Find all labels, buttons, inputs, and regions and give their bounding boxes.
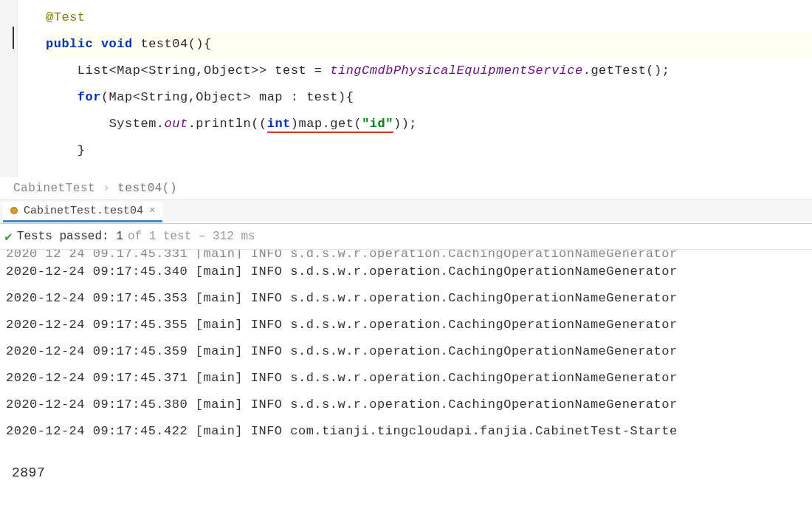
method-name-token: test04(){ [133, 37, 212, 51]
console-line: 2020 12 24 09.17.45.331 [main] INFO s.d.… [6, 250, 812, 259]
code-line[interactable]: System.out.println((int)map.get("id")); [46, 111, 812, 137]
code-line[interactable]: for(Map<String,Object> map : test){ [46, 84, 812, 111]
check-icon: ✔ [4, 228, 13, 245]
code-token: List<Map<String,Object>> test = [78, 64, 330, 78]
static-field-token: out [165, 117, 188, 131]
code-token: .getTest(); [583, 64, 670, 78]
test-status-bar: ✔ Tests passed: 1 of 1 test – 312 ms [0, 224, 812, 250]
close-icon[interactable]: × [149, 205, 155, 216]
editor-gutter [0, 0, 18, 177]
keyword-token: int [267, 117, 291, 133]
field-token: tingCmdbPhysicalEquipmentService [330, 64, 582, 78]
code-line[interactable]: } [46, 137, 812, 164]
run-config-icon [10, 207, 18, 214]
console-output-value: 2897 [6, 445, 812, 480]
console-line: 2020-12-24 09:17:45.371 [main] INFO s.d.… [6, 365, 812, 392]
keyword-token: public [46, 37, 93, 51]
keyword-token: for [78, 90, 101, 104]
code-token: .println(( [188, 117, 267, 131]
console-line: 2020-12-24 09:17:45.355 [main] INFO s.d.… [6, 312, 812, 338]
breadcrumb-method[interactable]: test04() [117, 182, 177, 195]
annotation-token: @Test [46, 10, 86, 24]
tests-passed-label: Tests passed: 1 [17, 230, 123, 243]
run-tab[interactable]: CabinetTest.test04 × [3, 202, 162, 222]
console-line: 2020-12-24 09:17:45.353 [main] INFO s.d.… [6, 285, 812, 312]
console-line: 2020-12-24 09:17:45.359 [main] INFO s.d.… [6, 338, 812, 365]
run-tab-bar: CabinetTest.test04 × [0, 200, 812, 224]
code-line[interactable]: @Test [46, 4, 812, 31]
breadcrumb-class[interactable]: CabinetTest [13, 182, 95, 195]
code-token: (Map<String,Object> map : test){ [101, 90, 354, 104]
caret-indicator [13, 27, 14, 49]
keyword-token: void [101, 37, 133, 51]
run-tab-label: CabinetTest.test04 [24, 205, 143, 217]
code-line[interactable]: public void test04(){ [46, 31, 812, 58]
code-token: System. [109, 117, 165, 131]
console-line: 2020-12-24 09:17:45.422 [main] INFO com.… [6, 418, 812, 445]
code-line[interactable]: List<Map<String,Object>> test = tingCmdb… [46, 58, 812, 84]
breadcrumb-separator: › [103, 182, 110, 195]
breadcrumb[interactable]: CabinetTest›test04() [0, 177, 812, 200]
tests-detail-label: of 1 test – 312 ms [128, 230, 255, 243]
code-token: )); [393, 117, 417, 131]
string-token: "id" [362, 117, 393, 133]
console-line: 2020-12-24 09:17:45.340 [main] INFO s.d.… [6, 259, 812, 285]
console-output[interactable]: 2020 12 24 09.17.45.331 [main] INFO s.d.… [0, 250, 812, 480]
console-line: 2020-12-24 09:17:45.380 [main] INFO s.d.… [6, 392, 812, 418]
code-editor[interactable]: @Test public void test04(){ List<Map<Str… [0, 0, 812, 177]
code-token: )map.get( [291, 117, 362, 133]
code-token: } [78, 143, 86, 157]
